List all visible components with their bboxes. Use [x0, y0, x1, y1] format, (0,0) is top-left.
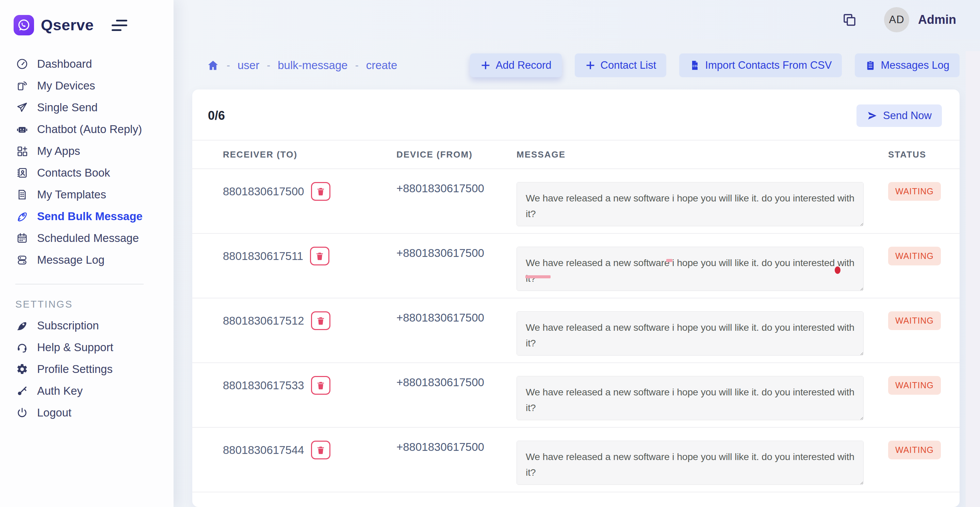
sidebar-item-single-send[interactable]: Single Send [0, 97, 173, 118]
sidebar-item-logout[interactable]: Logout [0, 402, 173, 424]
table-row: 8801830617533 +8801830617500 We have rel… [192, 363, 959, 428]
breadcrumb: - user - bulk-message - create [207, 59, 397, 72]
message-cell: We have released a new software i hope y… [517, 428, 864, 486]
sidebar-item-scheduled-message[interactable]: Scheduled Message [0, 227, 173, 249]
device-number: +8801830617500 [396, 169, 517, 195]
user-name: Admin [918, 13, 956, 27]
sidebar-item-contacts-book[interactable]: Contacts Book [0, 162, 173, 184]
copy-icon[interactable] [841, 11, 858, 28]
sidebar-item-message-log[interactable]: Message Log [0, 249, 173, 271]
add-record-button[interactable]: Add Record [470, 53, 562, 77]
receiver-number: 8801830617544 [223, 444, 304, 457]
sidebar-item-profile-settings[interactable]: Profile Settings [0, 358, 173, 380]
breadcrumb-actions-row: - user - bulk-message - create Add Recor… [207, 53, 959, 77]
column-header-receiver: RECEIVER (TO) [223, 149, 396, 160]
device-number: +8801830617500 [396, 234, 517, 260]
sidebar-settings-nav: Subscription Help & Support Profile Sett… [0, 315, 173, 424]
trash-icon [316, 445, 325, 455]
table-row: 8801830617500 +8801830617500 We have rel… [192, 169, 959, 234]
csv-file-icon: CSV [689, 60, 700, 71]
column-header-device: DEVICE (FROM) [396, 149, 517, 160]
message-textarea[interactable]: We have released a new software i hope y… [517, 376, 864, 420]
sidebar-item-chatbot[interactable]: Chatbot (Auto Reply) [0, 118, 173, 140]
sidebar-item-my-devices[interactable]: My Devices [0, 75, 173, 97]
headset-icon [15, 341, 29, 354]
sidebar-item-my-templates[interactable]: My Templates [0, 184, 173, 205]
receiver-number: 8801830617533 [223, 379, 304, 392]
sidebar-item-label: Scheduled Message [37, 232, 139, 245]
sidebar-item-my-apps[interactable]: My Apps [0, 140, 173, 162]
sidebar-item-label: Chatbot (Auto Reply) [37, 123, 142, 136]
send-icon [867, 110, 878, 121]
status-badge: WAITING [888, 376, 941, 395]
delete-row-button[interactable] [311, 376, 331, 395]
whatsapp-logo-icon [14, 15, 34, 35]
device-icon [15, 79, 29, 92]
device-number: +8801830617500 [396, 363, 517, 389]
sidebar-item-help-support[interactable]: Help & Support [0, 337, 173, 358]
sidebar-item-label: Help & Support [37, 341, 113, 354]
message-textarea[interactable]: We have released a new software i hope y… [517, 312, 864, 356]
sidebar: Qserve Dashboard My Devices Single Send … [0, 0, 173, 507]
rocket-filled-icon [15, 319, 29, 332]
apps-grid-icon [15, 144, 29, 158]
sidebar-divider [15, 284, 143, 284]
send-now-button[interactable]: Send Now [856, 105, 942, 127]
page-actions: Add Record Contact List CSV Import Conta… [470, 53, 959, 77]
sidebar-item-dashboard[interactable]: Dashboard [0, 53, 173, 75]
sidebar-item-auth-key[interactable]: Auth Key [0, 380, 173, 402]
table-row: 8801830617544 +8801830617500 We have rel… [192, 428, 959, 493]
sidebar-item-label: Subscription [37, 319, 99, 332]
trash-icon [316, 316, 325, 325]
power-icon [15, 406, 29, 420]
breadcrumb-separator: - [355, 60, 359, 71]
brand: Qserve [0, 12, 173, 38]
messages-log-button[interactable]: Messages Log [855, 53, 959, 77]
table-header-row: RECEIVER (TO) DEVICE (FROM) MESSAGE STAT… [192, 140, 959, 169]
trash-icon [315, 251, 324, 261]
app-root: Qserve Dashboard My Devices Single Send … [0, 0, 980, 507]
brand-name: Qserve [41, 16, 94, 34]
settings-section-label: SETTINGS [15, 299, 173, 310]
message-textarea[interactable]: We have released a new software i hope y… [517, 182, 864, 226]
contact-list-button[interactable]: Contact List [575, 53, 667, 77]
delete-row-button[interactable] [310, 247, 329, 265]
receiver-number: 8801830617511 [223, 250, 303, 263]
rocket-icon [15, 210, 29, 223]
receiver-number: 8801830617500 [223, 185, 304, 198]
avatar-initials: AD [889, 14, 904, 26]
breadcrumb-separator: - [267, 60, 270, 71]
sidebar-nav: Dashboard My Devices Single Send Chatbot… [0, 53, 173, 271]
breadcrumb-bulk-message[interactable]: bulk-message [278, 59, 347, 72]
message-textarea[interactable]: We have released a new software i hope y… [517, 441, 864, 485]
status-badge: WAITING [888, 441, 941, 459]
key-icon [15, 384, 29, 398]
page-scrollbar[interactable] [966, 51, 980, 507]
breadcrumb-user[interactable]: user [237, 59, 259, 72]
sidebar-item-label: Auth Key [37, 385, 83, 397]
delete-row-button[interactable] [311, 182, 331, 201]
trash-icon [316, 187, 325, 196]
breadcrumb-separator: - [227, 60, 230, 71]
sidebar-item-subscription[interactable]: Subscription [0, 315, 173, 337]
sidebar-toggle-icon[interactable] [111, 20, 127, 31]
home-icon[interactable] [207, 59, 219, 72]
status-badge: WAITING [888, 247, 941, 265]
device-number: +8801830617500 [396, 428, 517, 454]
device-number: +8801830617500 [396, 299, 517, 324]
breadcrumb-create[interactable]: create [366, 59, 398, 72]
contacts-book-icon [15, 166, 29, 180]
sidebar-item-send-bulk-message[interactable]: Send Bulk Message [0, 205, 173, 227]
robot-icon [15, 122, 29, 136]
main-area: AD Admin - user - bulk-message - create … [173, 0, 980, 507]
delete-row-button[interactable] [311, 441, 331, 459]
message-textarea[interactable]: We have released a new software i hope y… [517, 247, 864, 291]
import-contacts-csv-button[interactable]: CSV Import Contacts From CSV [679, 53, 842, 77]
card-header: 0/6 Send Now [192, 89, 959, 140]
sidebar-item-label: Single Send [37, 101, 98, 114]
avatar[interactable]: AD [884, 7, 909, 32]
sidebar-item-label: My Apps [37, 145, 80, 157]
table-row: 8801830617511 +8801830617500 We have rel… [192, 234, 959, 299]
delete-row-button[interactable] [311, 312, 331, 330]
message-cell: We have released a new software i hope y… [517, 169, 864, 228]
